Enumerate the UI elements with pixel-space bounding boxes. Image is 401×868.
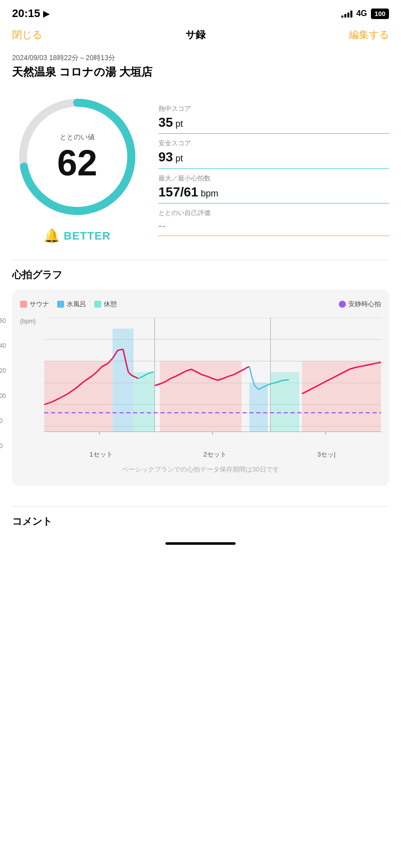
svg-rect-16 <box>271 372 300 431</box>
comment-section: コメント <box>0 490 401 528</box>
stat-label-heartrate: 最大／最小心拍数 <box>158 174 389 183</box>
home-indicator <box>165 542 236 545</box>
comment-divider <box>12 506 389 507</box>
svg-rect-11 <box>160 361 242 432</box>
signal-icon <box>341 10 352 18</box>
better-badge: 🔔 BETTER <box>44 228 111 244</box>
chart-area <box>44 318 381 448</box>
network-label: 4G <box>356 9 367 18</box>
info-note: ベーシックプランでの心拍データ保存期間は30日です <box>20 459 381 478</box>
stat-value-self-eval: -- <box>158 220 389 232</box>
stat-item-heartrate: 最大／最小心拍数 157/61 bpm <box>158 169 389 204</box>
circle-inner: ととのい値 62 <box>12 92 142 222</box>
status-time: 20:15 ▶ <box>12 7 49 20</box>
score-section: ととのい値 62 🔔 BETTER 熱中スコア 35 pt 安全スコア <box>12 92 389 244</box>
x-axis-labels: 1セット 2セット 3セッ| <box>44 448 381 459</box>
heart-graph-title: 心拍グラフ <box>12 268 389 282</box>
status-bar: 20:15 ▶ 4G 100 <box>0 0 401 24</box>
location-icon: ▶ <box>43 9 49 19</box>
better-text: BETTER <box>64 230 111 243</box>
stat-value-heartrate: 157/61 bpm <box>158 185 389 199</box>
stat-item-safety: 安全スコア 93 pt <box>158 134 389 169</box>
stat-label-self-eval: ととのい自己評価 <box>158 208 389 218</box>
graph-card: サウナ 水風呂 休憩 安静時心拍 (bpm) <box>12 290 389 486</box>
svg-rect-12 <box>302 361 381 432</box>
legend-sauna: サウナ <box>20 300 49 309</box>
legend-rest: 休憩 <box>94 300 117 309</box>
circle-label: ととのい値 <box>60 133 95 142</box>
nav-title: サ録 <box>185 28 206 42</box>
stats-panel: 熱中スコア 35 pt 安全スコア 93 pt 最大／最小心拍数 157/61 … <box>158 99 389 237</box>
legend-water: 水風呂 <box>57 300 86 309</box>
stat-value-heat: 35 pt <box>158 115 389 130</box>
session-datetime: 2024/09/03 18時22分～20時13分 <box>12 54 389 63</box>
heart-graph-section: 心拍グラフ サウナ 水風呂 休憩 安静時心拍 <box>12 268 389 486</box>
stat-value-safety: 93 pt <box>158 150 389 164</box>
chart-svg <box>44 318 381 448</box>
nav-bar: 閉じる サ録 編集する <box>0 24 401 50</box>
score-circle: ととのい値 62 <box>12 92 142 222</box>
x-label-set1: 1セット <box>89 450 112 459</box>
chart-container: (bpm) 160 140 120 100 80 60 <box>20 318 381 459</box>
stat-item-heat: 熱中スコア 35 pt <box>158 99 389 134</box>
circle-with-badge: ととのい値 62 🔔 BETTER <box>12 92 142 244</box>
stat-item-self-eval: ととのい自己評価 -- <box>158 203 389 236</box>
bottom-bar <box>0 536 401 555</box>
edit-button[interactable]: 編集する <box>349 28 389 42</box>
stat-label-safety: 安全スコア <box>158 139 389 148</box>
x-label-set3: 3セッ| <box>317 450 336 459</box>
stat-label-heat: 熱中スコア <box>158 104 389 113</box>
svg-rect-14 <box>250 383 268 432</box>
x-label-set2: 2セット <box>204 450 227 459</box>
legend-resting-hr: 安静時心拍 <box>339 300 381 309</box>
y-axis-labels: 160 140 120 100 80 60 <box>0 318 6 459</box>
circle-value: 62 <box>57 145 97 181</box>
bell-icon: 🔔 <box>44 228 60 244</box>
svg-rect-10 <box>44 361 113 432</box>
svg-rect-15 <box>134 372 155 431</box>
session-place: 天然温泉 コロナの湯 大垣店 <box>12 65 389 80</box>
chart-with-axes: 160 140 120 100 80 60 <box>20 318 381 459</box>
comment-title: コメント <box>12 515 389 528</box>
chart-legend: サウナ 水風呂 休憩 安静時心拍 <box>20 300 381 309</box>
battery-indicator: 100 <box>371 9 389 19</box>
status-right: 4G 100 <box>341 9 389 19</box>
close-button[interactable]: 閉じる <box>12 28 42 42</box>
main-content: 2024/09/03 18時22分～20時13分 天然温泉 コロナの湯 大垣店 … <box>0 50 401 486</box>
svg-rect-13 <box>113 329 134 432</box>
divider <box>12 260 389 260</box>
